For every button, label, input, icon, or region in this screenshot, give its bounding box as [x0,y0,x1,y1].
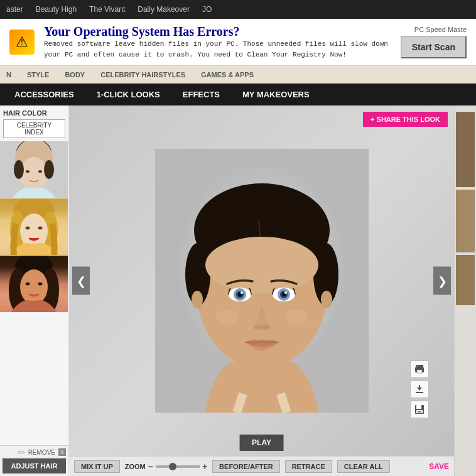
celebrity-thumb-3[interactable] [0,256,68,312]
celebrity-face-svg-1 [0,141,68,198]
svg-point-31 [241,291,243,294]
clear-all-button[interactable]: CLEAR ALL [337,460,390,473]
remove-label: REMOVE [28,449,55,456]
right-side-decoration-2 [456,190,475,252]
right-sidebar [454,105,476,476]
nav-1click-looks[interactable]: 1-CLICK LOOKS [85,84,171,105]
save-icon [414,404,425,414]
print-icon [414,364,425,374]
svg-point-2 [20,157,48,191]
svg-rect-47 [416,365,418,367]
content-area: HAIR COLOR CELEBRITY INDEX [0,105,476,476]
secnav-games-apps[interactable]: GAMES & APPS [201,71,254,78]
svg-point-11 [26,227,30,230]
zoom-label: ZOOM [125,463,146,470]
secnav-celebrity-hairstyles[interactable]: CELEBRITY HAIRSTYLES [100,71,185,78]
celebrity-face-svg-3 [0,256,68,312]
celebrity-index-button[interactable]: CELEBRITY INDEX [3,119,65,138]
secnav-style[interactable]: STYLE [27,71,49,78]
right-side-decoration-3 [456,255,475,305]
left-arrow-button[interactable]: ❮ [72,267,90,295]
save-button[interactable]: SAVE [429,462,449,471]
ad-brand: PC Speed Maste [414,26,467,33]
celebrity-thumb-1[interactable] [0,141,68,198]
face-display [155,149,369,413]
scan-button[interactable]: Start Scan [401,36,467,58]
print-button[interactable] [410,360,429,378]
svg-point-41 [192,291,203,308]
svg-point-37 [253,325,262,330]
nav-effects[interactable]: EFFECTS [171,84,231,105]
mix-it-up-button[interactable]: MIX IT UP [74,460,120,473]
sidebar-bottom: >> REMOVE X ADJUST HAIR [0,445,68,476]
zoom-thumb[interactable] [169,463,176,470]
right-arrow-button[interactable]: ❯ [433,267,451,295]
remove-arrows: >> [18,449,25,456]
before-after-button[interactable]: BEFORE/AFTER [212,460,280,473]
secnav-body[interactable]: BODY [65,71,85,78]
svg-point-12 [38,227,43,230]
svg-point-3 [26,170,30,173]
zoom-minus-button[interactable]: − [148,462,153,472]
nav-accessories[interactable]: ACCESSORIES [3,84,85,105]
remove-row: >> REMOVE X [3,448,66,456]
svg-rect-53 [418,411,421,413]
top-navigation: aster Beauty High The Vivant Daily Makeo… [0,0,476,19]
svg-point-18 [38,283,43,286]
nav-my-makeovers[interactable]: MY MAKEOVERS [231,84,321,105]
main-navigation: ACCESSORIES 1-CLICK LOOKS EFFECTS MY MAK… [0,84,476,105]
sidebar: HAIR COLOR CELEBRITY INDEX [0,105,69,476]
svg-point-4 [38,170,42,173]
ad-text-block: Your Operating System Has Errors? Remove… [44,24,391,60]
svg-rect-48 [416,392,423,393]
bottom-toolbar: MIX IT UP ZOOM − + BEFORE/AFTER RETRACE … [69,456,454,476]
play-button[interactable]: PLAY [239,435,284,451]
zoom-control: ZOOM − + [125,462,207,472]
ad-banner: ⚠ Your Operating System Has Errors? Remo… [0,19,476,66]
nav-item-the-vivant[interactable]: The Vivant [89,5,125,14]
svg-point-36 [284,291,287,294]
nav-item-beauty-high[interactable]: Beauty High [36,5,77,14]
nav-item-daily-makeover[interactable]: Daily Makeover [138,5,190,14]
canvas-area: + SHARE THIS LOOK ❮ ❯ [69,105,454,456]
zoom-plus-button[interactable]: + [202,462,207,472]
svg-point-10 [20,214,48,249]
ad-right-block: PC Speed Maste Start Scan [401,26,467,58]
svg-point-5 [14,160,24,179]
right-side-decoration-1 [456,112,475,187]
zoom-slider[interactable] [156,465,200,468]
celebrity-thumb-2[interactable] [0,198,68,255]
download-icon [414,384,425,394]
svg-point-39 [216,310,239,325]
celebrity-face-svg-2 [0,198,68,255]
main-viewport: + SHARE THIS LOOK ❮ ❯ [69,105,454,476]
secnav-n[interactable]: N [6,71,11,78]
svg-point-6 [44,160,54,179]
secondary-navigation: N STYLE BODY CELEBRITY HAIRSTYLES GAMES … [0,66,476,84]
svg-point-26 [205,237,318,293]
nav-item-jo[interactable]: JO [202,5,212,14]
ad-body: Removed software leave hidden files in y… [44,39,391,60]
svg-rect-45 [417,370,422,373]
hair-color-label: HAIR COLOR [0,105,68,119]
svg-marker-49 [417,385,422,391]
ad-headline: Your Operating System Has Errors? [44,24,391,39]
retrace-button[interactable]: RETRACE [285,460,332,473]
svg-point-17 [26,283,30,286]
svg-point-42 [321,291,332,308]
adjust-hair-button[interactable]: ADJUST HAIR [3,458,66,473]
svg-point-38 [262,325,271,330]
ad-warning-icon: ⚠ [9,30,35,55]
save-icon-button[interactable] [410,401,429,418]
svg-rect-51 [416,405,421,409]
right-action-buttons [410,360,429,418]
svg-point-16 [20,269,48,305]
nav-item-aster[interactable]: aster [6,5,23,14]
share-button[interactable]: + SHARE THIS LOOK [363,112,448,127]
remove-x-button[interactable]: X [58,448,66,456]
download-button[interactable] [410,381,429,398]
face-svg [155,149,369,413]
svg-point-40 [285,310,308,325]
